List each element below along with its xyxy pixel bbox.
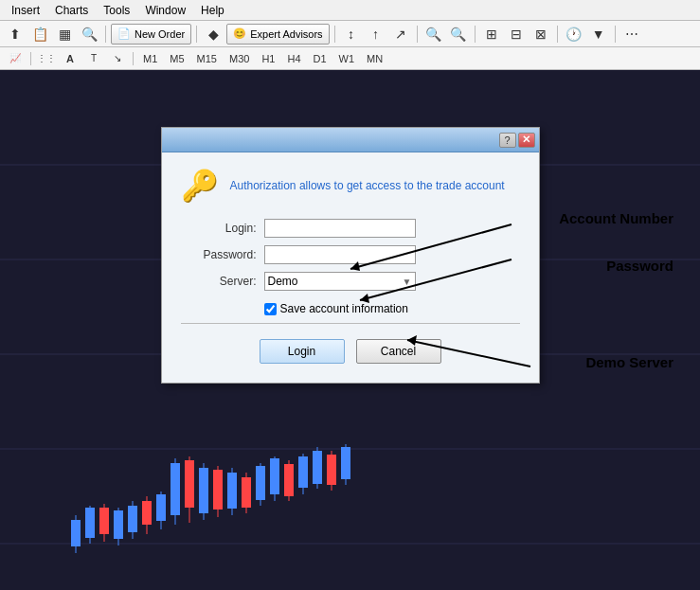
tf-m5[interactable]: M5 xyxy=(164,50,189,67)
login-dialog: ? ✕ 🔑 Authorization allows to get access… xyxy=(161,127,540,384)
chart-area: ? ✕ 🔑 Authorization allows to get access… xyxy=(0,70,700,590)
separator-3 xyxy=(334,26,335,43)
tf-m1[interactable]: M1 xyxy=(137,50,163,67)
toolbar-btn-5[interactable]: ◆ xyxy=(202,24,224,45)
tf-sep-1 xyxy=(30,52,31,65)
new-order-button[interactable]: 📄 New Order xyxy=(111,24,191,45)
save-info-label: Save account information xyxy=(280,302,408,315)
tf-d1[interactable]: D1 xyxy=(308,50,332,67)
tf-sep-2 xyxy=(133,52,134,65)
expert-advisors-button[interactable]: 😊 Expert Advisors xyxy=(226,24,329,45)
toolbar-indicator-btn[interactable]: 📈 xyxy=(4,48,27,69)
account-number-annotation: Account Number xyxy=(559,210,673,226)
password-input[interactable] xyxy=(264,245,416,264)
toolbar-btn-4[interactable]: 🔍 xyxy=(78,24,100,45)
dialog-form: Login: Password: Server: Demo ▼ xyxy=(181,219,520,291)
expert-icon: 😊 xyxy=(233,27,246,40)
dialog-description: Authorization allows to get access to th… xyxy=(230,179,505,192)
toolbar-btn-9[interactable]: ⊞ xyxy=(480,24,503,45)
login-row: Login: xyxy=(181,219,520,238)
toolbar-btn-10[interactable]: ⊟ xyxy=(505,24,528,45)
toolbar-btn-6[interactable]: ↕ xyxy=(340,24,363,45)
tf-mn[interactable]: MN xyxy=(361,50,388,67)
save-info-row: Save account information xyxy=(264,302,520,315)
tf-h1[interactable]: H1 xyxy=(256,50,280,67)
select-arrow-icon: ▼ xyxy=(403,277,412,287)
tf-m30[interactable]: M30 xyxy=(224,50,255,67)
toolbar-btn-14[interactable]: ⋯ xyxy=(620,24,643,45)
separator-1 xyxy=(105,26,106,43)
zoom-in-button[interactable]: 🔍 xyxy=(422,24,445,45)
main-toolbar: ⬆ 📋 ▦ 🔍 📄 New Order ◆ 😊 Expert Advisors … xyxy=(0,21,700,47)
tf-h4[interactable]: H4 xyxy=(281,50,306,67)
toolbar-btn-1[interactable]: ⬆ xyxy=(4,24,27,45)
cancel-button[interactable]: Cancel xyxy=(356,339,441,364)
menu-insert[interactable]: Insert xyxy=(4,2,47,19)
toolbar-btn-8[interactable]: ↗ xyxy=(389,24,412,45)
password-label: Password: xyxy=(181,248,257,261)
dialog-help-button[interactable]: ? xyxy=(499,133,516,148)
separator-6 xyxy=(557,26,558,43)
login-button[interactable]: Login xyxy=(260,339,345,364)
tf-w1[interactable]: W1 xyxy=(333,50,361,67)
dialog-close-button[interactable]: ✕ xyxy=(518,133,535,148)
menu-tools[interactable]: Tools xyxy=(96,2,137,19)
menu-help[interactable]: Help xyxy=(193,2,232,19)
server-row: Server: Demo ▼ xyxy=(181,272,520,291)
server-select[interactable]: Demo ▼ xyxy=(264,272,416,291)
dialog-buttons: Login Cancel xyxy=(181,331,520,367)
menu-charts[interactable]: Charts xyxy=(47,2,96,19)
password-annotation: Password xyxy=(606,258,673,274)
keys-icon: 🔑 xyxy=(181,168,219,204)
toolbar-btn-12[interactable]: 🕐 xyxy=(563,24,585,45)
toolbar-btn-7[interactable]: ↑ xyxy=(365,24,387,45)
toolbar-t-btn[interactable]: T xyxy=(82,48,105,69)
dialog-body: 🔑 Authorization allows to get access to … xyxy=(162,152,539,383)
toolbar-grid-btn[interactable]: ⋮⋮ xyxy=(35,48,58,69)
save-info-checkbox[interactable] xyxy=(264,303,277,315)
menu-window[interactable]: Window xyxy=(137,2,193,19)
new-order-icon: 📄 xyxy=(117,27,131,40)
login-input[interactable] xyxy=(264,219,416,238)
server-value: Demo xyxy=(268,275,298,288)
separator-2 xyxy=(196,26,197,43)
toolbar-btn-3[interactable]: ▦ xyxy=(53,24,76,45)
tf-m15[interactable]: M15 xyxy=(191,50,223,67)
toolbar-btn-11[interactable]: ⊠ xyxy=(529,24,552,45)
separator-4 xyxy=(417,26,418,43)
separator-7 xyxy=(615,26,616,43)
dialog-overlay: ? ✕ 🔑 Authorization allows to get access… xyxy=(0,70,700,590)
zoom-out-button[interactable]: 🔍 xyxy=(447,24,470,45)
server-label: Server: xyxy=(181,275,257,288)
dialog-titlebar: ? ✕ xyxy=(162,128,539,152)
login-label: Login: xyxy=(181,222,257,235)
dialog-header: 🔑 Authorization allows to get access to … xyxy=(181,168,520,204)
expert-label: Expert Advisors xyxy=(250,28,322,40)
toolbar-btn-13[interactable]: ▼ xyxy=(587,24,610,45)
demo-server-annotation: Demo Server xyxy=(585,354,673,370)
menu-bar: Insert Charts Tools Window Help xyxy=(0,0,700,21)
dialog-divider xyxy=(181,323,520,324)
toolbar-arrow-btn[interactable]: ↘ xyxy=(106,48,129,69)
toolbar-a-btn[interactable]: A xyxy=(59,48,81,69)
toolbar-btn-2[interactable]: 📋 xyxy=(28,24,51,45)
timeframe-toolbar: 📈 ⋮⋮ A T ↘ M1 M5 M15 M30 H1 H4 D1 W1 MN xyxy=(0,47,700,70)
password-row: Password: xyxy=(181,245,520,264)
separator-5 xyxy=(475,26,476,43)
new-order-label: New Order xyxy=(135,28,185,40)
